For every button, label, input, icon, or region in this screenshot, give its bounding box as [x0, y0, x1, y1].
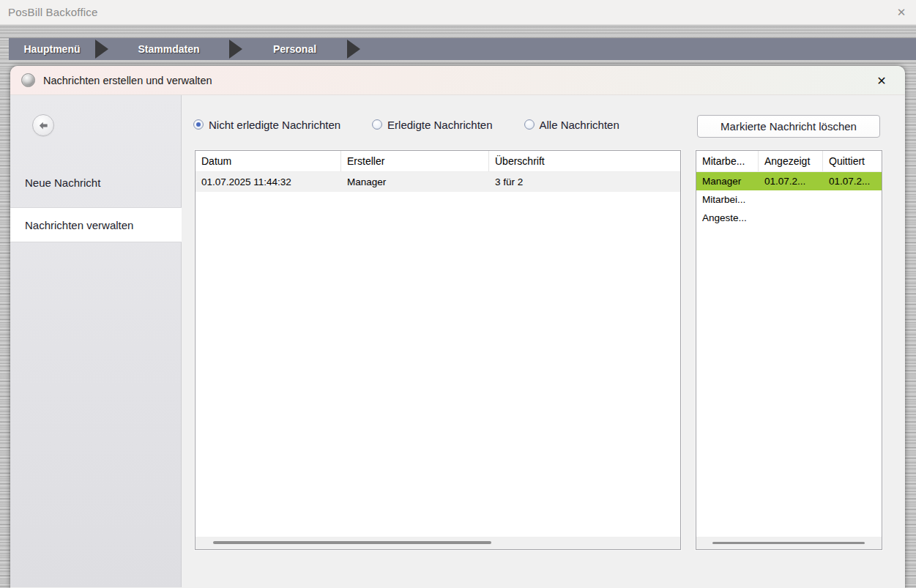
- recipients-table: Mitarbe... Angezeigt Quittiert Manager 0…: [696, 150, 882, 550]
- cell-ueberschrift: 3 für 2: [489, 176, 680, 187]
- table-row[interactable]: 01.07.2025 11:44:32 Manager 3 für 2: [196, 172, 680, 192]
- horizontal-scrollbar[interactable]: [696, 537, 882, 549]
- messages-dialog: Nachrichten erstellen und verwalten ✕ Ne…: [10, 66, 905, 588]
- radio-nicht-erledigte[interactable]: Nicht erledigte Nachrichten: [193, 119, 340, 131]
- window-title: PosBill Backoffice: [8, 6, 98, 18]
- sidebar-item-label: Neue Nachricht: [25, 176, 100, 189]
- recipients-table-header: Mitarbe... Angezeigt Quittiert: [696, 151, 882, 172]
- radio-label: Nicht erledigte Nachrichten: [209, 119, 340, 131]
- column-header-datum[interactable]: Datum: [196, 151, 341, 171]
- sidebar-item-nachrichten-verwalten[interactable]: Nachrichten verwalten: [10, 207, 182, 242]
- radio-label: Alle Nachrichten: [540, 119, 619, 131]
- radio-button-icon[interactable]: [193, 119, 204, 130]
- breadcrumb-item-stammdaten[interactable]: Stammdaten: [108, 43, 229, 55]
- cell-mitarbeiter: Mitarbei...: [696, 194, 759, 205]
- dialog-body: Neue Nachricht Nachrichten verwalten Nic…: [10, 95, 905, 587]
- cell-datum: 01.07.2025 11:44:32: [196, 176, 341, 187]
- cell-ersteller: Manager: [341, 176, 489, 187]
- column-header-ueberschrift[interactable]: Überschrift: [489, 151, 680, 171]
- cell-mitarbeiter: Manager: [696, 176, 759, 187]
- delete-marked-message-button[interactable]: Markierte Nachricht löschen: [697, 115, 880, 138]
- arrow-left-icon: [38, 120, 49, 131]
- column-header-mitarbeiter[interactable]: Mitarbe...: [696, 151, 759, 171]
- radio-erledigte[interactable]: Erledigte Nachrichten: [372, 119, 492, 131]
- dialog-header: Nachrichten erstellen und verwalten ✕: [10, 66, 905, 95]
- messages-table-header: Datum Ersteller Überschrift: [196, 151, 680, 172]
- radio-button-icon[interactable]: [524, 119, 535, 130]
- radio-label: Erledigte Nachrichten: [387, 119, 492, 131]
- breadcrumb-item-hauptmenu[interactable]: Hauptmenü: [9, 43, 95, 55]
- dialog-title: Nachrichten erstellen und verwalten: [43, 75, 212, 86]
- sidebar-item-neue-nachricht[interactable]: Neue Nachricht: [10, 171, 182, 193]
- dialog-sidebar: Neue Nachricht Nachrichten verwalten: [10, 95, 182, 587]
- column-header-quittiert[interactable]: Quittiert: [823, 151, 882, 171]
- horizontal-scrollbar-thumb[interactable]: [213, 541, 491, 544]
- breadcrumb-arrow-icon: [347, 40, 360, 59]
- radio-alle[interactable]: Alle Nachrichten: [524, 119, 619, 131]
- dialog-close-icon[interactable]: ✕: [874, 72, 890, 89]
- breadcrumb-arrow-icon: [95, 40, 108, 59]
- column-header-angezeigt[interactable]: Angezeigt: [759, 151, 823, 171]
- column-header-ersteller[interactable]: Ersteller: [341, 151, 489, 171]
- cell-angezeigt: 01.07.2...: [759, 176, 823, 187]
- horizontal-scrollbar-thumb[interactable]: [712, 542, 865, 544]
- sphere-icon: [21, 73, 35, 87]
- cell-quittiert: 01.07.2...: [823, 176, 882, 187]
- cell-mitarbeiter: Angeste...: [696, 212, 759, 223]
- message-filter-radios: Nicht erledigte Nachrichten Erledigte Na…: [193, 115, 619, 134]
- radio-button-icon[interactable]: [372, 119, 382, 130]
- desktop: { "window": { "title": "PosBill Backoffi…: [0, 0, 916, 588]
- sidebar-item-label: Nachrichten verwalten: [25, 219, 133, 231]
- table-row[interactable]: Mitarbei...: [696, 190, 882, 209]
- back-button[interactable]: [32, 114, 54, 136]
- table-row-selected[interactable]: Manager 01.07.2... 01.07.2...: [696, 172, 882, 190]
- messages-table: Datum Ersteller Überschrift 01.07.2025 1…: [195, 150, 681, 550]
- window-close-icon[interactable]: ✕: [893, 4, 909, 21]
- dialog-main-panel: Nicht erledigte Nachrichten Erledigte Na…: [182, 95, 905, 587]
- breadcrumb-item-personal[interactable]: Personal: [242, 43, 347, 55]
- breadcrumb-arrow-icon: [229, 40, 242, 59]
- horizontal-scrollbar[interactable]: [196, 537, 680, 549]
- breadcrumb: Hauptmenü Stammdaten Personal: [9, 38, 916, 60]
- table-row[interactable]: Angeste...: [696, 209, 882, 227]
- window-titlebar: PosBill Backoffice ✕: [0, 0, 916, 25]
